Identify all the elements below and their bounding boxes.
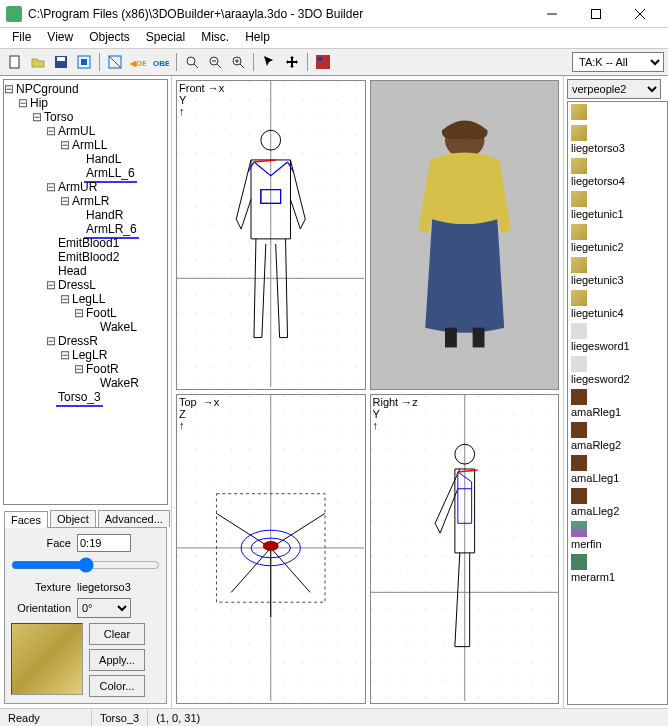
- texture-item[interactable]: amaLleg1: [568, 453, 667, 486]
- viewport-top[interactable]: Top →x Z ↑: [176, 394, 366, 704]
- zoom-in-icon[interactable]: [227, 51, 249, 73]
- menubar: File View Objects Special Misc. Help: [0, 28, 668, 48]
- apply-button[interactable]: Apply...: [89, 649, 145, 671]
- svg-rect-4: [10, 56, 19, 68]
- texture-set-dropdown[interactable]: verpeople2: [567, 79, 661, 99]
- texture-value: liegetorso3: [77, 581, 131, 593]
- texture-item[interactable]: liegesword2: [568, 354, 667, 387]
- texture-item[interactable]: liegetorso3: [568, 123, 667, 156]
- texture-item[interactable]: liegesword1: [568, 321, 667, 354]
- orientation-select[interactable]: 0°: [77, 598, 131, 618]
- texture-swatch-icon[interactable]: [312, 51, 334, 73]
- clear-button[interactable]: Clear: [89, 623, 145, 645]
- menu-special[interactable]: Special: [138, 29, 193, 47]
- minimize-button[interactable]: [530, 1, 574, 27]
- color-button[interactable]: Color...: [89, 675, 145, 697]
- save-icon[interactable]: [50, 51, 72, 73]
- svg-line-10: [109, 56, 121, 68]
- menu-objects[interactable]: Objects: [81, 29, 138, 47]
- open-icon[interactable]: [27, 51, 49, 73]
- next-object-icon[interactable]: OBE▶: [150, 51, 172, 73]
- viewport-front[interactable]: Front →x Y ↑: [176, 80, 366, 390]
- texture-item[interactable]: [568, 102, 667, 123]
- texture-panel: verpeople2 liegetorso3liegetorso4liegetu…: [564, 76, 668, 708]
- tree-node-wakel[interactable]: WakeL: [98, 319, 139, 335]
- svg-line-17: [217, 64, 221, 68]
- status-selection: Torso_3: [92, 709, 148, 726]
- svg-rect-1: [592, 9, 601, 18]
- svg-rect-23: [318, 57, 322, 61]
- titlebar: C:\Program Files (x86)\3DOBuilder+\araay…: [0, 0, 668, 28]
- menu-help[interactable]: Help: [237, 29, 278, 47]
- menu-misc[interactable]: Misc.: [193, 29, 237, 47]
- texture-item[interactable]: liegetorso4: [568, 156, 667, 189]
- zoom-reset-icon[interactable]: [181, 51, 203, 73]
- svg-rect-33: [472, 328, 484, 348]
- texture-item[interactable]: amaLleg2: [568, 486, 667, 519]
- viewport-right[interactable]: Right →z Y ↑: [370, 394, 560, 704]
- tree-node-waker[interactable]: WakeR: [98, 375, 141, 391]
- hierarchy-tree[interactable]: ⊟NPCground⊟Hip⊟Torso⊟ArmUL⊟ArmLL HandL A…: [3, 79, 168, 505]
- texture-item[interactable]: liegetunic2: [568, 222, 667, 255]
- game-dropdown[interactable]: TA:K -- All: [572, 52, 664, 72]
- texture-preview: [11, 623, 83, 695]
- texture-item[interactable]: amaRleg2: [568, 420, 667, 453]
- svg-line-21: [240, 64, 244, 68]
- status-bar: Ready Torso_3 (1, 0, 31): [0, 708, 668, 726]
- face-slider[interactable]: [11, 557, 160, 573]
- new-icon[interactable]: [4, 51, 26, 73]
- tree-node-torso_3[interactable]: Torso_3: [56, 389, 103, 407]
- prev-object-icon[interactable]: ◀OBE: [127, 51, 149, 73]
- orientation-label: Orientation: [11, 602, 71, 614]
- svg-rect-8: [81, 59, 87, 65]
- window-title: C:\Program Files (x86)\3DOBuilder+\araay…: [28, 7, 530, 21]
- select-icon[interactable]: [258, 51, 280, 73]
- grid-toggle-icon[interactable]: [73, 51, 95, 73]
- svg-rect-6: [57, 57, 65, 61]
- tab-advanced[interactable]: Advanced...: [98, 510, 170, 527]
- status-ready: Ready: [0, 709, 92, 726]
- maximize-button[interactable]: [574, 1, 618, 27]
- viewport-render[interactable]: [370, 80, 560, 390]
- svg-text:◀OBE: ◀OBE: [130, 59, 146, 68]
- toolbar: ◀OBE OBE▶ TA:K -- All: [0, 48, 668, 76]
- svg-point-13: [187, 57, 195, 65]
- zoom-out-icon[interactable]: [204, 51, 226, 73]
- menu-view[interactable]: View: [39, 29, 81, 47]
- svg-rect-32: [445, 328, 457, 348]
- texture-item[interactable]: liegetunic3: [568, 255, 667, 288]
- texture-item[interactable]: merarm1: [568, 552, 667, 585]
- svg-text:OBE▶: OBE▶: [153, 59, 169, 68]
- texture-item[interactable]: liegetunic1: [568, 189, 667, 222]
- move-icon[interactable]: [281, 51, 303, 73]
- viewport-grid: Front →x Y ↑: [172, 76, 564, 708]
- texture-item[interactable]: merfin: [568, 519, 667, 552]
- svg-line-14: [194, 64, 198, 68]
- tab-faces[interactable]: Faces: [4, 511, 48, 528]
- face-input[interactable]: [77, 534, 131, 552]
- wireframe-icon[interactable]: [104, 51, 126, 73]
- faces-panel: Face Texture liegetorso3 Orientation 0° …: [4, 527, 167, 704]
- face-label: Face: [11, 537, 71, 549]
- menu-file[interactable]: File: [4, 29, 39, 47]
- texture-item[interactable]: liegetunic4: [568, 288, 667, 321]
- left-panel: ⊟NPCground⊟Hip⊟Torso⊟ArmUL⊟ArmLL HandL A…: [0, 76, 172, 708]
- texture-item[interactable]: amaRleg1: [568, 387, 667, 420]
- svg-point-45: [263, 541, 279, 551]
- property-tabs: Faces Object Advanced...: [0, 508, 171, 527]
- texture-label: Texture: [11, 581, 71, 593]
- texture-list[interactable]: liegetorso3liegetorso4liegetunic1liegetu…: [567, 101, 668, 705]
- app-icon: [6, 6, 22, 22]
- tab-object[interactable]: Object: [50, 510, 96, 527]
- close-button[interactable]: [618, 1, 662, 27]
- status-coords: (1, 0, 31): [148, 709, 668, 726]
